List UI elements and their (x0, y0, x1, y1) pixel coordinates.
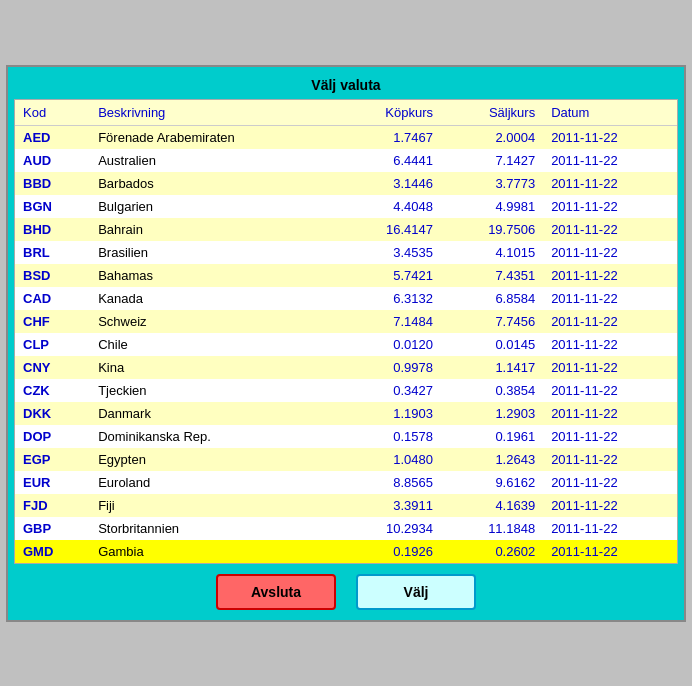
cell-kod: CAD (15, 287, 90, 310)
cell-kod: CHF (15, 310, 90, 333)
table-row[interactable]: AEDFörenade Arabemiraten1.74672.00042011… (15, 125, 677, 149)
table-row[interactable]: BHDBahrain16.414719.75062011-11-22 (15, 218, 677, 241)
cell-datum: 2011-11-22 (543, 333, 677, 356)
cell-beskrivning: Bulgarien (90, 195, 338, 218)
currency-table-wrapper: Kod Beskrivning Köpkurs Säljkurs Datum A… (14, 99, 678, 564)
cell-datum: 2011-11-22 (543, 448, 677, 471)
cell-datum: 2011-11-22 (543, 540, 677, 563)
cell-kopkurs: 3.3911 (338, 494, 441, 517)
cell-saljkurs: 1.2643 (441, 448, 543, 471)
cell-beskrivning: Gambia (90, 540, 338, 563)
button-row: Avsluta Välj (14, 564, 678, 614)
cell-beskrivning: Dominikanska Rep. (90, 425, 338, 448)
cell-kod: AED (15, 125, 90, 149)
cell-saljkurs: 6.8584 (441, 287, 543, 310)
table-row[interactable]: CADKanada6.31326.85842011-11-22 (15, 287, 677, 310)
table-row[interactable]: DOPDominikanska Rep.0.15780.19612011-11-… (15, 425, 677, 448)
table-row[interactable]: CZKTjeckien0.34270.38542011-11-22 (15, 379, 677, 402)
cell-beskrivning: Brasilien (90, 241, 338, 264)
cell-saljkurs: 7.1427 (441, 149, 543, 172)
cell-kod: BSD (15, 264, 90, 287)
cell-kopkurs: 6.3132 (338, 287, 441, 310)
table-row[interactable]: EUREuroland8.85659.61622011-11-22 (15, 471, 677, 494)
cell-kod: FJD (15, 494, 90, 517)
cell-kopkurs: 1.1903 (338, 402, 441, 425)
cell-beskrivning: Chile (90, 333, 338, 356)
cell-datum: 2011-11-22 (543, 218, 677, 241)
cell-kod: BGN (15, 195, 90, 218)
table-row[interactable]: CNYKina0.99781.14172011-11-22 (15, 356, 677, 379)
cell-datum: 2011-11-22 (543, 494, 677, 517)
cell-beskrivning: Danmark (90, 402, 338, 425)
table-row[interactable]: DKKDanmark1.19031.29032011-11-22 (15, 402, 677, 425)
cell-kopkurs: 1.7467 (338, 125, 441, 149)
cell-saljkurs: 0.0145 (441, 333, 543, 356)
table-row[interactable]: BSDBahamas5.74217.43512011-11-22 (15, 264, 677, 287)
cell-datum: 2011-11-22 (543, 379, 677, 402)
cell-kopkurs: 10.2934 (338, 517, 441, 540)
cell-datum: 2011-11-22 (543, 149, 677, 172)
cell-datum: 2011-11-22 (543, 517, 677, 540)
cell-beskrivning: Australien (90, 149, 338, 172)
cell-beskrivning: Bahamas (90, 264, 338, 287)
table-row[interactable]: CLPChile0.01200.01452011-11-22 (15, 333, 677, 356)
cell-beskrivning: Kina (90, 356, 338, 379)
cell-saljkurs: 4.1639 (441, 494, 543, 517)
cell-saljkurs: 0.3854 (441, 379, 543, 402)
cell-beskrivning: Fiji (90, 494, 338, 517)
cell-kod: BRL (15, 241, 90, 264)
table-row[interactable]: BGNBulgarien4.40484.99812011-11-22 (15, 195, 677, 218)
cell-datum: 2011-11-22 (543, 310, 677, 333)
cell-kopkurs: 4.4048 (338, 195, 441, 218)
table-row[interactable]: BBDBarbados3.14463.77732011-11-22 (15, 172, 677, 195)
table-header-row: Kod Beskrivning Köpkurs Säljkurs Datum (15, 100, 677, 126)
cell-kod: CLP (15, 333, 90, 356)
cell-datum: 2011-11-22 (543, 287, 677, 310)
cell-kopkurs: 0.3427 (338, 379, 441, 402)
cell-saljkurs: 0.1961 (441, 425, 543, 448)
cell-beskrivning: Egypten (90, 448, 338, 471)
cell-kod: EUR (15, 471, 90, 494)
cell-kopkurs: 0.9978 (338, 356, 441, 379)
table-row[interactable]: EGPEgypten1.04801.26432011-11-22 (15, 448, 677, 471)
cell-kopkurs: 6.4441 (338, 149, 441, 172)
cell-beskrivning: Förenade Arabemiraten (90, 125, 338, 149)
col-header-datum: Datum (543, 100, 677, 126)
table-row[interactable]: BRLBrasilien3.45354.10152011-11-22 (15, 241, 677, 264)
table-row[interactable]: CHFSchweiz7.14847.74562011-11-22 (15, 310, 677, 333)
cell-kod: GMD (15, 540, 90, 563)
cell-beskrivning: Barbados (90, 172, 338, 195)
cell-kod: BHD (15, 218, 90, 241)
table-body: AEDFörenade Arabemiraten1.74672.00042011… (15, 125, 677, 563)
table-row[interactable]: AUDAustralien6.44417.14272011-11-22 (15, 149, 677, 172)
cell-saljkurs: 4.9981 (441, 195, 543, 218)
cell-kod: GBP (15, 517, 90, 540)
cell-saljkurs: 11.1848 (441, 517, 543, 540)
cell-kopkurs: 0.1578 (338, 425, 441, 448)
cell-beskrivning: Tjeckien (90, 379, 338, 402)
cell-kopkurs: 0.1926 (338, 540, 441, 563)
col-header-kod: Kod (15, 100, 90, 126)
cell-saljkurs: 1.2903 (441, 402, 543, 425)
valj-button[interactable]: Välj (356, 574, 476, 610)
cell-datum: 2011-11-22 (543, 425, 677, 448)
cell-beskrivning: Euroland (90, 471, 338, 494)
table-row[interactable]: FJDFiji3.39114.16392011-11-22 (15, 494, 677, 517)
cell-datum: 2011-11-22 (543, 264, 677, 287)
cell-kopkurs: 5.7421 (338, 264, 441, 287)
cell-saljkurs: 3.7773 (441, 172, 543, 195)
cell-kopkurs: 1.0480 (338, 448, 441, 471)
table-row[interactable]: GBPStorbritannien10.293411.18482011-11-2… (15, 517, 677, 540)
cell-saljkurs: 0.2602 (441, 540, 543, 563)
avsluta-button[interactable]: Avsluta (216, 574, 336, 610)
cell-datum: 2011-11-22 (543, 356, 677, 379)
cell-datum: 2011-11-22 (543, 241, 677, 264)
cell-kod: AUD (15, 149, 90, 172)
cell-saljkurs: 2.0004 (441, 125, 543, 149)
cell-kopkurs: 3.1446 (338, 172, 441, 195)
cell-kod: DKK (15, 402, 90, 425)
table-row[interactable]: GMDGambia0.19260.26022011-11-22 (15, 540, 677, 563)
cell-kopkurs: 0.0120 (338, 333, 441, 356)
col-header-beskrivning: Beskrivning (90, 100, 338, 126)
cell-kod: EGP (15, 448, 90, 471)
